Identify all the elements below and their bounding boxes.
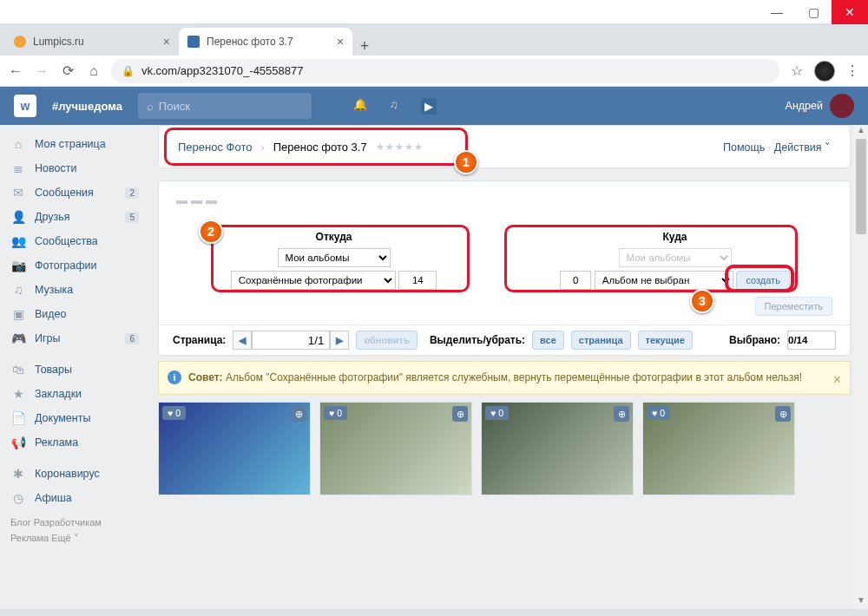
address-field[interactable]: 🔒 vk.com/app3231070_-45558877: [111, 59, 779, 83]
sidebar-item[interactable]: 👥Сообщества: [3, 229, 144, 253]
sidebar-item[interactable]: ⌂Моя страница: [3, 132, 144, 156]
breadcrumb-current: Перенос фото 3.7: [273, 141, 367, 154]
photo-thumb[interactable]: ♥ 0⊕: [481, 402, 634, 495]
tab-lumpics[interactable]: Lumpics.ru ×: [5, 28, 179, 56]
move-button[interactable]: Переместить: [755, 297, 832, 316]
tab-perenos[interactable]: Перенос фото 3.7 ×: [179, 28, 352, 56]
zoom-icon[interactable]: ⊕: [452, 406, 468, 422]
close-icon[interactable]: ×: [337, 35, 344, 49]
minimize-button[interactable]: —: [759, 0, 795, 24]
select-page-button[interactable]: страница: [571, 331, 631, 350]
sidebar-icon: 🎮: [10, 331, 26, 345]
close-button[interactable]: ✕: [832, 0, 868, 24]
sidebar-item[interactable]: ◷Афиша: [3, 486, 144, 510]
tab-bar: Lumpics.ru × Перенос фото 3.7 × +: [0, 24, 868, 56]
to-album-select[interactable]: Альбом не выбран: [595, 271, 733, 290]
reload-button[interactable]: ⟳: [59, 62, 76, 80]
actions-menu[interactable]: Действия ˅: [765, 141, 831, 154]
music-icon[interactable]: ♫: [390, 98, 398, 115]
forward-button[interactable]: →: [33, 62, 50, 80]
help-link[interactable]: Помощь: [723, 141, 765, 154]
vk-logo-icon[interactable]: w: [14, 95, 36, 117]
sidebar-icon: 📷: [10, 259, 26, 272]
like-badge[interactable]: ♥ 0: [162, 406, 186, 420]
from-scope-select[interactable]: Мои альбомы: [278, 248, 391, 267]
bookmark-star-icon[interactable]: ☆: [788, 62, 806, 80]
sidebar-label: Моя страница: [35, 138, 106, 150]
photo-thumb[interactable]: ♥ 0⊕: [642, 402, 795, 495]
user-menu[interactable]: Андрей: [786, 94, 854, 118]
callout-2: 2: [199, 220, 223, 244]
maximize-button[interactable]: ▢: [795, 0, 832, 24]
profile-avatar[interactable]: [814, 61, 835, 82]
sidebar-item[interactable]: 📄Документы: [3, 406, 144, 430]
favicon-icon: [14, 36, 26, 48]
back-button[interactable]: ←: [7, 62, 24, 80]
sidebar-item[interactable]: ✉Сообщения2: [3, 180, 144, 205]
hashtag-label[interactable]: #лучшедома: [52, 100, 122, 113]
zoom-icon[interactable]: ⊕: [775, 406, 791, 422]
from-title: Откуда: [176, 231, 491, 243]
selected-label: Выбрано:: [729, 334, 780, 346]
to-scope-select[interactable]: Мои альбомы: [619, 248, 732, 267]
scroll-down-icon[interactable]: ▼: [854, 595, 868, 609]
rating-stars: ★★★★★: [376, 141, 424, 153]
sidebar-item[interactable]: 👤Друзья5: [3, 205, 144, 229]
selected-count: 0/14: [787, 331, 836, 350]
play-icon[interactable]: ▶: [421, 98, 437, 115]
to-column: Куда Мои альбомы 0 Альбом не выбран созд…: [517, 231, 832, 290]
like-badge[interactable]: ♥ 0: [324, 406, 347, 420]
notifications-icon[interactable]: 🔔: [353, 98, 367, 115]
sidebar-item[interactable]: 🎮Игры6: [3, 326, 144, 351]
sidebar-item[interactable]: 📷Фотографии: [3, 253, 144, 278]
to-title: Куда: [517, 231, 832, 243]
like-badge[interactable]: ♥ 0: [647, 406, 670, 420]
photo-thumb[interactable]: ♥ 0⊕: [319, 402, 472, 495]
refresh-button[interactable]: обновить: [356, 331, 418, 350]
scroll-thumb[interactable]: [856, 139, 866, 234]
sidebar-label: Фотографии: [35, 259, 96, 272]
sidebar-item[interactable]: 🛍Товары: [3, 357, 144, 382]
sidebar-icon: 🛍: [10, 363, 26, 377]
photo-thumb[interactable]: ♥ 0⊕: [158, 402, 311, 495]
sidebar-item[interactable]: ♫Музыка: [3, 278, 144, 302]
sidebar-item[interactable]: ✱Коронавирус: [3, 462, 144, 486]
sidebar-footer: Блог РазработчикамРеклама Ещё ˅: [3, 510, 144, 551]
window-titlebar: — ▢ ✕: [0, 0, 868, 24]
create-button[interactable]: создать: [736, 271, 789, 290]
sidebar-item[interactable]: ★Закладки: [3, 382, 144, 406]
sidebar-item[interactable]: 📢Реклама: [3, 430, 144, 455]
window-bottom-border: [0, 609, 868, 616]
sidebar-item[interactable]: ≣Новости: [3, 156, 144, 180]
prev-page-button[interactable]: ◀: [233, 331, 252, 350]
sidebar-label: Видео: [35, 308, 67, 320]
zoom-icon[interactable]: ⊕: [614, 406, 629, 422]
select-all-button[interactable]: все: [532, 331, 564, 350]
sidebar-icon: 📢: [10, 436, 26, 449]
sidebar-label: Новости: [35, 162, 76, 174]
search-input[interactable]: ⌕ Поиск: [138, 93, 312, 119]
sidebar-icon: ★: [10, 387, 26, 401]
sidebar-icon: 👥: [10, 234, 26, 248]
from-album-select[interactable]: Сохранённые фотографии: [231, 271, 396, 290]
search-icon: ⌕: [147, 100, 154, 113]
close-icon[interactable]: ×: [163, 35, 170, 49]
dismiss-tip-button[interactable]: ×: [833, 370, 841, 390]
zoom-icon[interactable]: ⊕: [291, 406, 306, 422]
sidebar-icon: ◷: [10, 491, 26, 505]
select-current-button[interactable]: текущие: [638, 331, 693, 350]
like-badge[interactable]: ♥ 0: [485, 406, 509, 420]
sidebar-item[interactable]: ▣Видео: [3, 302, 144, 326]
breadcrumb-card: Перенос Фото › Перенос фото 3.7 ★★★★★ По…: [158, 125, 851, 168]
breadcrumb-root[interactable]: Перенос Фото: [178, 141, 252, 154]
scrollbar[interactable]: ▲ ▼: [854, 125, 868, 609]
tip-text: Альбом "Сохранённые фотографии" является…: [223, 371, 803, 383]
new-tab-button[interactable]: +: [352, 37, 377, 56]
sidebar-label: Товары: [35, 364, 72, 376]
breadcrumb: Перенос Фото › Перенос фото 3.7 ★★★★★ По…: [159, 126, 850, 167]
next-page-button[interactable]: ▶: [330, 331, 349, 350]
home-button[interactable]: ⌂: [85, 62, 102, 80]
browser-menu-icon[interactable]: ⋮: [844, 62, 861, 80]
scroll-up-icon[interactable]: ▲: [854, 125, 868, 139]
page-field[interactable]: [252, 331, 330, 350]
